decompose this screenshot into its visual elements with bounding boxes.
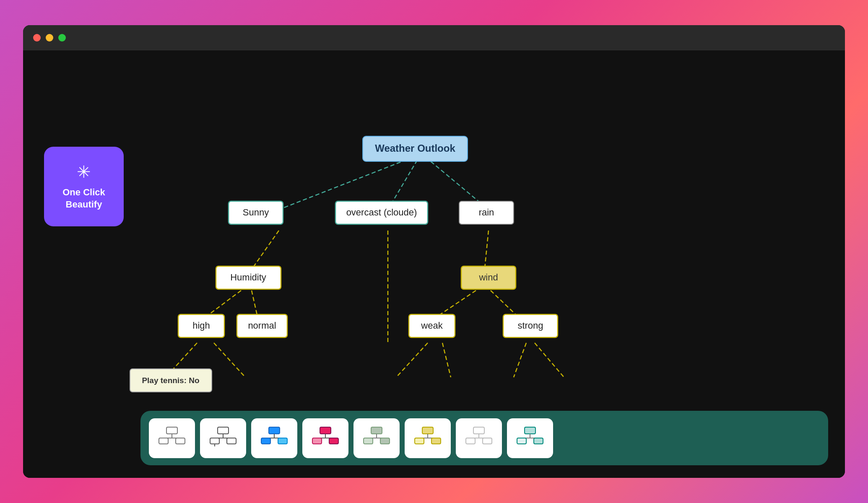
svg-rect-58	[473, 427, 484, 434]
toolbar-item-6[interactable]	[405, 418, 451, 458]
svg-rect-61	[466, 438, 475, 444]
svg-rect-63	[525, 427, 535, 434]
plugin-label: One Click Beautify	[44, 187, 124, 210]
node-humidity: Humidity	[230, 272, 266, 283]
toolbar-item-3[interactable]	[251, 418, 297, 458]
svg-rect-67	[534, 438, 543, 444]
node-high: high	[192, 320, 210, 331]
svg-rect-66	[517, 438, 526, 444]
svg-rect-41	[261, 438, 270, 444]
svg-rect-56	[415, 438, 424, 444]
svg-rect-57	[431, 438, 441, 444]
svg-rect-30	[159, 438, 168, 444]
svg-rect-43	[320, 427, 331, 434]
minimize-button[interactable]	[46, 34, 53, 41]
toolbar-item-2[interactable]	[200, 418, 246, 458]
leaf-play-tennis-no: Play tennis: No	[142, 376, 199, 385]
maximize-button[interactable]	[58, 34, 66, 41]
svg-rect-27	[166, 427, 177, 434]
svg-rect-53	[422, 427, 433, 434]
node-normal: normal	[248, 320, 276, 331]
close-button[interactable]	[33, 34, 41, 41]
svg-rect-48	[371, 427, 382, 434]
svg-rect-31	[176, 438, 185, 444]
toolbar-item-4[interactable]	[302, 418, 348, 458]
svg-rect-32	[218, 427, 229, 434]
svg-line-13	[442, 343, 451, 377]
root-node-label: Weather Outlook	[375, 143, 455, 154]
svg-rect-35	[210, 438, 219, 444]
titlebar	[23, 25, 845, 50]
svg-rect-36	[227, 438, 236, 444]
svg-line-14	[514, 343, 526, 377]
svg-line-12	[396, 343, 428, 377]
svg-rect-46	[312, 438, 322, 444]
toolbar-item-1[interactable]	[149, 418, 195, 458]
svg-rect-42	[278, 438, 287, 444]
bottom-toolbar	[140, 411, 828, 465]
node-wind: wind	[478, 272, 498, 283]
toolbar-item-5[interactable]	[353, 418, 400, 458]
node-strong: strong	[517, 320, 543, 331]
svg-rect-38	[269, 427, 280, 434]
node-rain: rain	[479, 207, 494, 218]
svg-line-15	[535, 343, 564, 377]
node-weak: weak	[421, 320, 443, 331]
toolbar-item-7[interactable]	[456, 418, 502, 458]
plugin-badge[interactable]: ✳ One Click Beautify	[44, 147, 124, 226]
node-overcast: overcast (cloude)	[346, 207, 417, 218]
svg-line-11	[214, 343, 245, 377]
main-content: ✳ One Click Beautify	[23, 50, 845, 478]
svg-rect-62	[483, 438, 492, 444]
app-window: ✳ One Click Beautify	[23, 25, 845, 478]
svg-rect-52	[380, 438, 390, 444]
toolbar-item-8[interactable]	[507, 418, 553, 458]
svg-rect-47	[329, 438, 338, 444]
plugin-icon: ✳	[77, 162, 91, 181]
node-sunny: Sunny	[243, 207, 269, 218]
svg-rect-51	[364, 438, 373, 444]
